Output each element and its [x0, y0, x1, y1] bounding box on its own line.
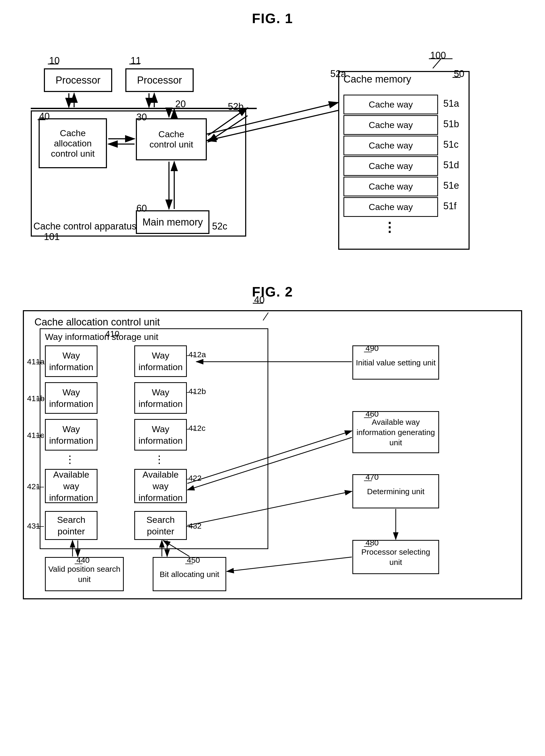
ref-411b: 411b — [27, 394, 45, 403]
way-info-left-dots: ⋮ — [65, 453, 75, 465]
ref-11: 11 — [131, 55, 141, 66]
fig2-title: FIG. 2 — [21, 284, 524, 300]
cache-way-51d: Cache way — [343, 156, 438, 176]
ref-412a: 412a — [189, 350, 206, 359]
ref-52c: 52c — [212, 221, 227, 232]
processor1-box: Processor — [44, 68, 112, 92]
fig1-title: FIG. 1 — [21, 11, 524, 26]
ref-10: 10 — [49, 55, 60, 66]
cache-ctrl-box: Cache control unit — [136, 118, 207, 160]
way-info-411b: Way information — [45, 382, 98, 414]
ref-51b: 51b — [443, 119, 459, 130]
fig2-ref-40: 40 — [254, 294, 265, 305]
ref-51e: 51e — [443, 180, 459, 191]
fig2-outer-label: Cache allocation control unit — [34, 316, 160, 328]
cache-alloc-box: Cache allocation control unit — [39, 118, 107, 168]
way-info-411c: Way information — [45, 419, 98, 451]
cache-way-51e: Cache way — [343, 177, 438, 196]
ref-51a: 51a — [443, 98, 459, 109]
way-info-412a: Way information — [134, 345, 187, 377]
svg-line-32 — [263, 313, 268, 320]
ref-51f: 51f — [443, 201, 456, 212]
ref-450: 450 — [187, 556, 200, 565]
search-ptr-432: Search pointer — [134, 511, 187, 540]
ref-412c: 412c — [189, 424, 206, 433]
ref-411c: 411c — [27, 431, 44, 440]
way-info-412b: Way information — [134, 382, 187, 414]
ref-410: 410 — [105, 329, 119, 339]
ref-490: 490 — [365, 344, 379, 353]
ref-470: 470 — [365, 473, 379, 482]
ref-440: 440 — [77, 556, 90, 565]
ref-60: 60 — [136, 203, 147, 214]
fig1-diagram: 100 10 11 Processor Processor 20 Cache a… — [23, 37, 522, 263]
ref-52a: 52a — [330, 68, 346, 79]
cache-way-51f: Cache way — [343, 197, 438, 217]
way-info-right-dots: ⋮ — [154, 453, 165, 465]
way-info-storage-label: Way information storage unit — [45, 332, 159, 342]
ref-100: 100 — [430, 50, 446, 61]
ref-480: 480 — [365, 538, 379, 547]
svg-line-26 — [227, 557, 352, 571]
ref-101: 101 — [44, 231, 60, 242]
cache-ways-dots: ⋮ — [383, 219, 396, 235]
ref-421: 421 — [27, 482, 40, 491]
ref-431: 431 — [27, 522, 40, 530]
ref-51c: 51c — [443, 139, 458, 150]
search-ptr-431: Search pointer — [45, 511, 98, 540]
cache-memory-title: Cache memory — [343, 74, 411, 85]
ref-432: 432 — [189, 522, 202, 530]
cache-way-51b: Cache way — [343, 115, 438, 135]
avail-way-421: Available way information — [45, 469, 98, 503]
way-info-412c: Way information — [134, 419, 187, 451]
cache-control-apparatus-label: Cache control apparatus — [33, 221, 136, 232]
ref-411a: 411a — [27, 357, 45, 366]
ref-40: 40 — [39, 111, 50, 122]
fig2-diagram: Cache allocation control unit Way inform… — [23, 310, 522, 599]
ref-460: 460 — [365, 410, 379, 418]
processor2-box: Processor — [125, 68, 194, 92]
cache-way-51a: Cache way — [343, 95, 438, 114]
cache-way-51c: Cache way — [343, 136, 438, 155]
ref-30: 30 — [136, 112, 147, 123]
ref-52b: 52b — [228, 101, 244, 112]
ref-422: 422 — [189, 474, 202, 483]
way-info-411a: Way information — [45, 345, 98, 377]
ref-412b: 412b — [189, 387, 206, 396]
ref-51d: 51d — [443, 160, 459, 171]
avail-way-422: Available way information — [134, 469, 187, 503]
ref-20: 20 — [175, 99, 186, 110]
